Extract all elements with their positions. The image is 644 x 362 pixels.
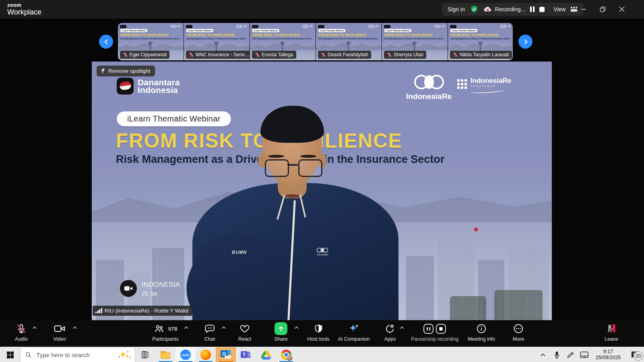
outlook-taskbar-icon[interactable]: O: [216, 347, 236, 362]
muted-mic-icon: [453, 52, 458, 58]
muted-mic-icon: [255, 52, 260, 58]
stop-recording-button[interactable]: [539, 7, 545, 12]
pause-recording-button[interactable]: [530, 6, 535, 12]
notification-count-badge: 20: [634, 351, 643, 361]
glasses-right-lens: [298, 159, 322, 177]
teams-icon: T: [241, 350, 251, 360]
indonesiare-circles-icon: [404, 73, 454, 91]
thumb-badge: iLearn Thematic Webinar: [384, 29, 411, 32]
chat-options-chevron[interactable]: [221, 326, 226, 329]
spotlight-video[interactable]: Danantara Indonesia IndonesiaRe Indonesi…: [92, 62, 552, 320]
teams-taskbar-icon[interactable]: T: [236, 347, 256, 362]
security-shield-icon[interactable]: [470, 5, 479, 14]
glasses-left-lens: [265, 159, 289, 177]
close-button[interactable]: [613, 0, 631, 19]
participant-video-thumbnail[interactable]: iLearn Thematic Webinar FROM RISK TO RES…: [184, 23, 250, 60]
zoom-taskbar-icon[interactable]: zoom: [175, 347, 196, 362]
thumb-slide-title: FROM RISK TO RESILIENCE: [384, 33, 433, 37]
taskbar-search[interactable]: [20, 347, 135, 362]
participants-button[interactable]: 578 Participants: [147, 323, 184, 342]
taskbar-clock[interactable]: 9:17 25/09/2025: [591, 349, 625, 361]
pause-stop-recording-button[interactable]: Pause/stop recording: [407, 323, 463, 342]
thumb-slide-title: FROM RISK TO RESILIENCE: [186, 33, 235, 37]
thumb-slide-title: FROM RISK TO RESILIENCE: [120, 33, 169, 37]
thumb-badge: iLearn Thematic Webinar: [186, 29, 213, 32]
thumb-danantara-logo: [120, 25, 126, 28]
tray-touchpad-icon[interactable]: [577, 347, 591, 362]
clock-date: 25/09/2025: [591, 355, 625, 361]
file-explorer-taskbar-icon[interactable]: [155, 347, 175, 362]
footer-org-text: INDONESIA: [142, 281, 180, 288]
workplace-logo-text: Workplace: [7, 8, 41, 16]
participant-name: Egie Cipywinandi: [130, 52, 167, 58]
leave-button[interactable]: Leave: [599, 323, 624, 342]
thumb-indonesiare-logos: [169, 25, 182, 28]
danantara-logo: Danantara Indonesia: [117, 78, 180, 95]
zoom-app-icon: zoom: [180, 350, 191, 360]
start-button[interactable]: [0, 347, 20, 362]
institute-text-1: IndonesiaRe: [471, 78, 511, 84]
filmstrip-prev-button[interactable]: [99, 35, 113, 49]
firefox-taskbar-icon[interactable]: [196, 347, 216, 362]
participant-name-label: Egie Cipywinandi: [120, 51, 169, 59]
sign-in-button[interactable]: Sign in: [448, 6, 465, 12]
apps-options-chevron[interactable]: [400, 326, 405, 329]
recording-label: Recording...: [495, 6, 525, 12]
restore-button[interactable]: [593, 0, 612, 19]
action-center-button[interactable]: 20: [625, 347, 644, 362]
audio-options-chevron[interactable]: [32, 326, 37, 329]
filmstrip-next-button[interactable]: [518, 35, 533, 49]
muted-mic-icon: [387, 52, 392, 58]
ai-companion-button[interactable]: AI Companion: [334, 323, 373, 342]
participant-video-thumbnail[interactable]: iLearn Thematic Webinar FROM RISK TO RES…: [316, 23, 382, 60]
chrome-taskbar-icon[interactable]: [276, 347, 296, 362]
share-options-chevron[interactable]: [294, 326, 299, 329]
person-hair: [260, 106, 324, 143]
muted-mic-icon: [321, 52, 326, 58]
thumb-badge: iLearn Thematic Webinar: [252, 29, 279, 32]
apps-button[interactable]: Apps: [378, 323, 402, 342]
info-icon: [476, 323, 487, 334]
footer-date-text: 25 Se: [142, 290, 157, 297]
participant-video-thumbnail[interactable]: iLearn Thematic Webinar FROM RISK TO RES…: [382, 23, 448, 60]
indonesiare-logo: IndonesiaRe: [404, 73, 454, 101]
tray-pen-icon[interactable]: [564, 347, 577, 362]
video-options-chevron[interactable]: [72, 326, 77, 329]
host-tools-shield-icon: [314, 323, 324, 334]
participant-video-thumbnail[interactable]: iLearn Thematic Webinar FROM RISK TO RES…: [250, 23, 316, 60]
participant-video-thumbnail[interactable]: iLearn Thematic Webinar FROM RISK TO RES…: [118, 23, 184, 60]
webinar-badge: iLearn Thematic Webinar: [117, 111, 231, 126]
chat-button[interactable]: Chat: [197, 323, 222, 342]
host-tools-button[interactable]: Host tools: [303, 323, 334, 342]
meeting-info-button[interactable]: Meeting info: [465, 323, 498, 342]
video-button[interactable]: Video: [47, 323, 72, 342]
view-button[interactable]: View: [553, 6, 566, 12]
remove-spotlight-button[interactable]: Remove spotlight: [97, 66, 155, 76]
participant-video-thumbnail[interactable]: iLearn Thematic Webinar FROM RISK TO RES…: [448, 23, 513, 60]
share-button[interactable]: Share: [268, 323, 293, 342]
google-drive-taskbar-icon[interactable]: [256, 347, 276, 362]
share-screen-icon: [275, 322, 287, 335]
thumb-badge: iLearn Thematic Webinar: [120, 29, 147, 32]
thumb-danantara-logo: [450, 25, 456, 28]
participant-name: MNC Insurance - Seno ...: [196, 52, 250, 58]
react-button[interactable]: React: [232, 323, 257, 342]
tray-show-hidden-icons[interactable]: [536, 347, 550, 362]
tray-microphone-icon[interactable]: [550, 347, 564, 362]
meeting-toolbar: Audio Video 578 Participants Chat React: [0, 320, 644, 347]
thumb-slide-subtitle: Risk Management as a Driver of Growth in…: [252, 38, 312, 40]
pause-recording-icon: [423, 323, 434, 334]
institute-swoosh: [471, 87, 506, 94]
copilot-sparkle-icon[interactable]: [117, 350, 132, 360]
participant-name: Enosta Tallega: [262, 52, 293, 58]
task-view-button[interactable]: [135, 347, 155, 362]
audio-button[interactable]: Audio: [9, 323, 34, 342]
more-button[interactable]: More: [506, 323, 531, 342]
zoom-meeting-window: zoom Workplace Sign in Recording... View: [0, 0, 644, 362]
search-input[interactable]: [35, 351, 117, 359]
thumb-slide-subtitle: Risk Management as a Driver of Growth in…: [384, 38, 444, 40]
speaker-name: RIU (IndonesiaRe) - Robbi Y Walid: [105, 308, 188, 314]
minimize-button[interactable]: [574, 0, 593, 19]
thumb-slide-title: FROM RISK TO RESILIENCE: [450, 33, 499, 37]
participants-options-chevron[interactable]: [184, 326, 189, 329]
